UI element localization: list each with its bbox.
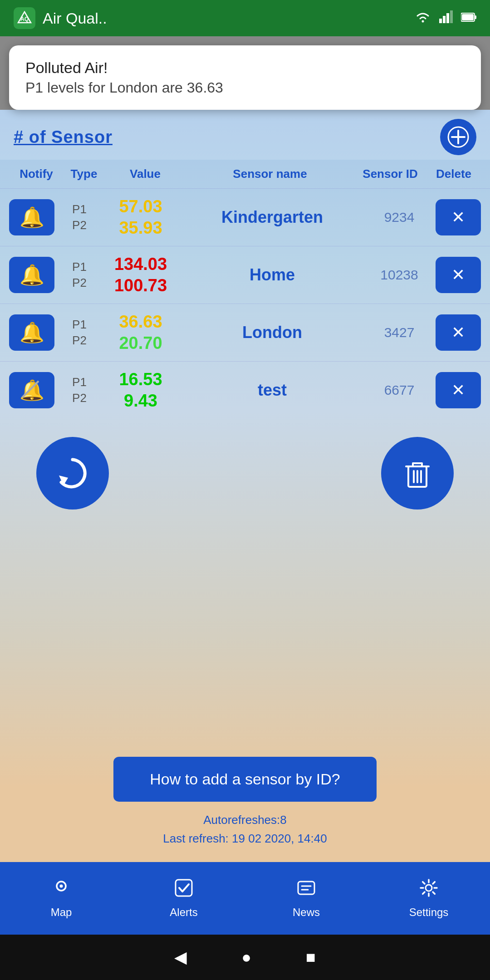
delete-button-4[interactable]: ✕: [436, 372, 481, 408]
svg-rect-6: [450, 10, 453, 23]
th-notify: Notify: [9, 167, 64, 181]
th-delete: Delete: [426, 167, 481, 181]
android-home-button[interactable]: ●: [241, 948, 251, 967]
bell-icon-2: 🔔: [20, 263, 44, 287]
sensor-row: 🔔 P1 P2 57.03 35.93 Kindergarten 9234 ✕: [0, 188, 490, 246]
status-bar-left: AQ Air Qual..: [14, 7, 107, 29]
nav-alerts-label: Alerts: [170, 906, 197, 919]
table-header: Notify Type Value Sensor name Sensor ID …: [0, 160, 490, 188]
autorefresh-line1: Autorefreshes:8: [163, 811, 327, 830]
main-content: # of Sensor Notify Type Value Sensor nam…: [0, 110, 490, 862]
add-sensor-button[interactable]: [440, 119, 476, 155]
sensor-header-peek: # of Sensor: [0, 110, 490, 160]
delete-icon-3: ✕: [451, 323, 465, 342]
delete-button-2[interactable]: ✕: [436, 257, 481, 293]
nav-news-label: News: [293, 906, 320, 919]
bell-icon-1: 🔔: [20, 206, 44, 229]
svg-rect-4: [443, 16, 446, 23]
type-p1-1: P1: [72, 202, 87, 216]
p1-value-4: 16.53: [119, 370, 162, 389]
back-icon: ◀: [174, 948, 187, 966]
svg-line-11: [22, 381, 39, 397]
svg-marker-12: [59, 475, 68, 485]
android-nav: ◀ ● ■: [0, 935, 490, 980]
refresh-button[interactable]: [36, 437, 109, 510]
sensor-name-3: London: [181, 323, 363, 342]
refresh-icon: [52, 453, 93, 494]
nav-settings[interactable]: Settings: [368, 862, 490, 935]
delete-icon-2: ✕: [451, 265, 465, 284]
sensor-name-4: test: [181, 381, 363, 400]
battery-icon: [461, 11, 476, 25]
android-recents-button[interactable]: ■: [306, 948, 316, 967]
notification-line2: P1 levels for London are 36.63: [25, 79, 465, 96]
autorefresh-line2: Last refresh: 19 02 2020, 14:40: [163, 829, 327, 848]
delete-icon-4: ✕: [451, 381, 465, 400]
notify-button-1[interactable]: 🔔: [9, 199, 54, 235]
type-col-3: P1 P2: [59, 318, 100, 348]
th-sensor-id: Sensor ID: [354, 167, 426, 181]
trash-icon: [399, 455, 436, 491]
p2-value-1: 35.93: [119, 218, 162, 238]
settings-icon: [419, 878, 439, 902]
svg-point-18: [60, 885, 63, 888]
bell-icon-3: 🔔: [20, 321, 44, 344]
svg-rect-9: [462, 14, 474, 20]
notify-button-3[interactable]: 🔔: [9, 314, 54, 351]
recents-icon: ■: [306, 948, 316, 966]
home-icon: ●: [241, 948, 251, 966]
th-sensor-name: Sensor name: [186, 167, 354, 181]
sensor-id-1: 9234: [363, 210, 436, 225]
status-bar: AQ Air Qual..: [0, 0, 490, 36]
type-col-4: P1 P2: [59, 375, 100, 405]
sensor-row: 🔔 P1 P2 36.63 20.70 London 3427 ✕: [0, 304, 490, 361]
nav-alerts[interactable]: Alerts: [122, 862, 245, 935]
delete-icon-1: ✕: [451, 208, 465, 227]
delete-all-button[interactable]: [381, 437, 454, 510]
wifi-icon: [415, 10, 431, 27]
svg-point-2: [422, 20, 424, 22]
svg-text:AQ: AQ: [20, 16, 29, 22]
spacer: [0, 528, 490, 757]
sensor-id-3: 3427: [363, 325, 436, 340]
nav-news[interactable]: News: [245, 862, 368, 935]
type-col-2: P1 P2: [59, 260, 100, 290]
value-col-2: 134.03 100.73: [100, 255, 181, 295]
p2-value-4: 9.43: [124, 391, 157, 411]
svg-rect-8: [475, 15, 476, 19]
notify-button-2[interactable]: 🔔: [9, 257, 54, 293]
notification-line1: Polluted Air!: [25, 59, 465, 77]
sensor-row: 🔔 P1 P2 134.03 100.73 Home 10238 ✕: [0, 246, 490, 304]
delete-button-1[interactable]: ✕: [436, 199, 481, 235]
value-col-3: 36.63 20.70: [100, 312, 181, 353]
type-p2-2: P2: [72, 276, 87, 290]
type-p2-4: P2: [72, 391, 87, 405]
android-back-button[interactable]: ◀: [174, 948, 187, 967]
svg-rect-19: [176, 880, 192, 896]
th-type: Type: [64, 167, 104, 181]
p2-value-3: 20.70: [119, 333, 162, 353]
svg-rect-3: [439, 19, 442, 23]
bell-muted-icon-4: 🔔: [20, 378, 44, 402]
type-p1-4: P1: [72, 375, 87, 389]
how-to-add-sensor-button[interactable]: How to add a sensor by ID?: [113, 757, 377, 802]
nav-map[interactable]: Map: [0, 862, 122, 935]
delete-button-3[interactable]: ✕: [436, 314, 481, 351]
notify-button-4[interactable]: 🔔: [9, 372, 54, 408]
sensor-id-4: 6677: [363, 382, 436, 398]
p2-value-2: 100.73: [114, 276, 167, 295]
bottom-nav: Map Alerts News Settings: [0, 862, 490, 935]
type-p2-3: P2: [72, 333, 87, 348]
action-buttons: [0, 419, 490, 528]
alerts-icon: [174, 878, 194, 902]
sensor-row: 🔔 P1 P2 16.53 9.43 test 6677 ✕: [0, 361, 490, 419]
sensor-name-1: Kindergarten: [181, 208, 363, 227]
app-icon: AQ: [14, 7, 35, 29]
signal-icon: [439, 10, 453, 26]
nav-map-label: Map: [51, 906, 72, 919]
value-col-1: 57.03 35.93: [100, 197, 181, 238]
add-sensor-btn-label: How to add a sensor by ID?: [150, 770, 340, 788]
type-p2-1: P2: [72, 218, 87, 232]
p1-value-3: 36.63: [119, 312, 162, 332]
svg-rect-20: [298, 882, 314, 894]
